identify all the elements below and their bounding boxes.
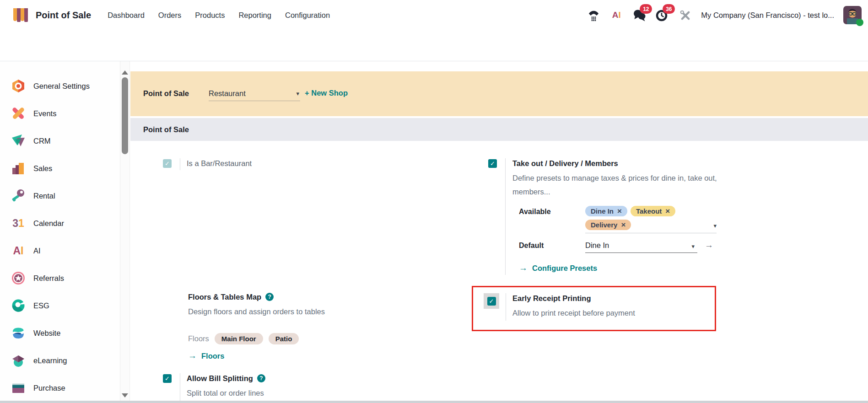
early-receipt-description: Allow to print receipt before payment xyxy=(512,306,635,320)
sidebar-item-sales[interactable]: Sales xyxy=(0,155,120,182)
sidebar-item-referrals[interactable]: Referrals xyxy=(0,264,120,292)
configure-presets-link[interactable]: → Configure Presets xyxy=(519,263,597,273)
shop-select-value: Restaurant xyxy=(209,89,246,97)
general-settings-icon xyxy=(11,79,26,93)
default-label: Default xyxy=(512,240,585,250)
configure-presets-label: Configure Presets xyxy=(532,264,597,273)
floors-label: Floors xyxy=(188,334,209,343)
preset-tag-delivery[interactable]: Delivery × xyxy=(585,220,631,230)
setting-floors-tables-map: Floors & Tables Map ? Design floors and … xyxy=(188,292,325,361)
menu-dashboard[interactable]: Dashboard xyxy=(107,9,146,21)
shop-selector-label: Point of Sale xyxy=(143,89,189,98)
events-icon xyxy=(11,106,26,121)
window-bottom-edge xyxy=(0,401,868,403)
check-icon: ✓ xyxy=(490,160,495,167)
online-status-dot xyxy=(856,19,863,26)
preset-tag-takeout[interactable]: Takeout × xyxy=(631,206,675,216)
top-navbar: Point of Sale Dashboard Orders Products … xyxy=(0,0,868,30)
floor-tag-patio[interactable]: Patio xyxy=(269,333,299,344)
sidebar-item-general-settings[interactable]: General Settings xyxy=(0,72,120,100)
section-header: Point of Sale xyxy=(130,118,868,141)
discuss-icon[interactable]: 12 xyxy=(632,8,646,22)
available-presets-field[interactable]: Dine In × Takeout × Delivery × ▾ xyxy=(585,206,717,233)
new-shop-button[interactable]: + New Shop xyxy=(305,89,348,97)
phone-icon[interactable] xyxy=(587,8,600,22)
esg-icon xyxy=(11,298,26,313)
takeout-delivery-title: Take out / Delivery / Members xyxy=(512,158,734,168)
internal-link-arrow-icon[interactable]: → xyxy=(705,240,713,250)
available-field-row: Available Dine In × Takeout × Delivery × xyxy=(512,206,734,233)
sidebar-scrollbar[interactable] xyxy=(120,61,130,403)
settings-content: ✓ Is a Bar/Restaurant ✓ Take out / Deliv… xyxy=(130,141,868,403)
sidebar-item-label: AI xyxy=(33,247,41,255)
sidebar-item-label: ESG xyxy=(33,301,49,310)
menu-orders[interactable]: Orders xyxy=(157,9,182,21)
purchase-icon xyxy=(11,381,26,395)
early-receipt-title: Early Receipt Printing xyxy=(512,293,635,303)
close-icon[interactable]: × xyxy=(621,221,625,229)
floors-map-title-text: Floors & Tables Map xyxy=(188,292,261,302)
menu-products[interactable]: Products xyxy=(194,9,226,21)
check-icon: ✓ xyxy=(165,375,170,382)
discuss-badge: 12 xyxy=(640,4,652,14)
floors-link[interactable]: → Floors xyxy=(188,351,224,361)
sidebar-item-ai[interactable]: AI AI xyxy=(0,237,120,264)
preset-tag-dine-in[interactable]: Dine In × xyxy=(585,206,627,216)
sidebar-item-crm[interactable]: CRM xyxy=(0,127,120,155)
sidebar-item-esg[interactable]: ESG xyxy=(0,292,120,319)
is-bar-restaurant-label: Is a Bar/Restaurant xyxy=(187,159,252,167)
bill-splitting-description: Split total or order lines xyxy=(187,386,265,400)
sidebar-item-events[interactable]: Events xyxy=(0,100,120,127)
scroll-up-arrow[interactable] xyxy=(122,70,128,75)
tools-icon[interactable] xyxy=(678,8,692,22)
sidebar-item-label: General Settings xyxy=(33,82,90,91)
close-icon[interactable]: × xyxy=(665,207,670,215)
menu-reporting[interactable]: Reporting xyxy=(237,9,272,21)
chevron-down-icon[interactable]: ▾ xyxy=(713,222,717,229)
takeout-delivery-checkbox[interactable]: ✓ xyxy=(488,159,497,168)
bill-splitting-checkbox[interactable]: ✓ xyxy=(163,374,172,383)
floors-map-title: Floors & Tables Map ? xyxy=(188,292,325,302)
floor-tag-main-floor[interactable]: Main Floor xyxy=(215,333,263,344)
default-preset-select[interactable]: Dine In ▾ xyxy=(585,240,697,253)
takeout-delivery-description: Define presets to manage taxes & prices … xyxy=(512,171,728,199)
close-icon[interactable]: × xyxy=(617,207,622,215)
chevron-down-icon: ▾ xyxy=(296,90,299,97)
check-icon: ✓ xyxy=(489,298,494,305)
floors-link-label: Floors xyxy=(201,352,224,360)
crm-icon xyxy=(11,134,26,148)
settings-body: General Settings Events CRM xyxy=(0,61,868,403)
available-label: Available xyxy=(512,206,585,216)
scroll-down-arrow[interactable] xyxy=(122,393,128,398)
sidebar-item-elearning[interactable]: eLearning xyxy=(0,347,120,374)
sidebar-item-purchase[interactable]: Purchase xyxy=(0,374,120,402)
help-icon[interactable]: ? xyxy=(265,293,274,301)
scrollbar-thumb[interactable] xyxy=(122,77,128,154)
app-title[interactable]: Point of Sale xyxy=(36,10,91,21)
sidebar-item-calendar[interactable]: 31 Calendar xyxy=(0,210,120,237)
rental-icon xyxy=(11,188,26,203)
setting-early-receipt-highlight: ✓ Early Receipt Printing Allow to print … xyxy=(472,286,716,331)
bill-splitting-title-text: Allow Bill Splitting xyxy=(187,373,253,383)
sidebar-item-rental[interactable]: Rental xyxy=(0,182,120,210)
shop-select[interactable]: Restaurant ▾ xyxy=(209,86,300,101)
menu-configuration[interactable]: Configuration xyxy=(284,9,331,21)
help-icon[interactable]: ? xyxy=(257,374,265,382)
checkbox-highlight-backdrop: ✓ xyxy=(484,293,499,309)
sidebar-item-website[interactable]: Website xyxy=(0,319,120,347)
sidebar-item-label: Sales xyxy=(33,164,52,173)
activities-clock-icon[interactable]: 36 xyxy=(655,8,669,22)
arrow-right-icon: → xyxy=(519,263,528,273)
sidebar-item-label: Rental xyxy=(33,192,55,200)
ai-icon[interactable]: AI xyxy=(609,8,623,22)
early-receipt-checkbox[interactable]: ✓ xyxy=(487,297,496,306)
company-switcher[interactable]: My Company (San Francisco) - test lo... xyxy=(701,11,834,20)
user-avatar[interactable] xyxy=(843,6,862,24)
sidebar-item-label: Website xyxy=(33,329,60,338)
bill-splitting-title: Allow Bill Splitting ? xyxy=(187,373,265,383)
sidebar-item-label: Referrals xyxy=(33,274,64,283)
setting-takeout-delivery: ✓ Take out / Delivery / Members Define p… xyxy=(488,158,734,275)
is-bar-restaurant-checkbox[interactable]: ✓ xyxy=(163,159,172,168)
tag-label: Delivery xyxy=(591,221,617,229)
shop-selector-banner: Point of Sale Restaurant ▾ + New Shop xyxy=(130,71,868,116)
